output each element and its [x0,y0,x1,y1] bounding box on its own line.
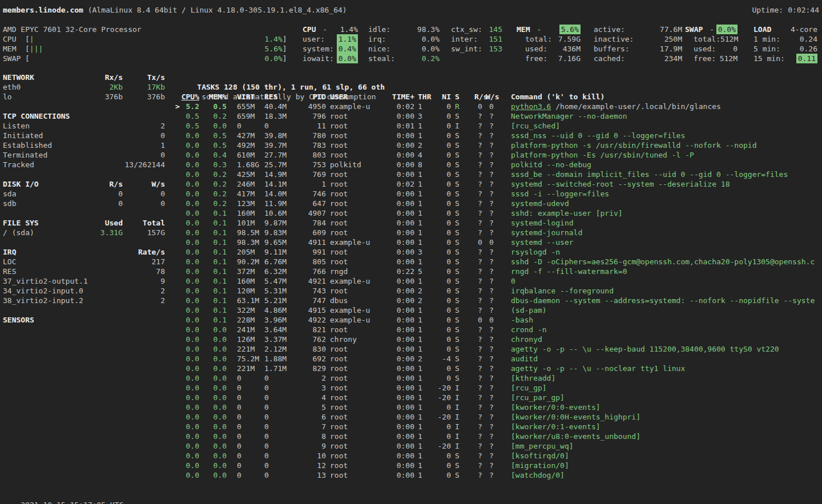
proc-pid: 9 [291,441,326,451]
proc-cursor [175,170,180,179]
process-row: 0.00.1101M9.87M784root0:0010S??systemd-l… [175,218,815,228]
proc-state: I [455,393,463,402]
proc-thr: 1 [418,461,429,470]
side-value-2: 1 [123,140,165,150]
proc-command-name: (sd-pam) [511,306,547,315]
proc-cpu: 0.0 [180,441,199,451]
cpu-title: CPU [303,25,316,34]
proc-read-rate: ? [474,160,486,170]
proc-cursor [175,373,180,383]
proc-cpu: 0.0 [180,140,199,150]
proc-res: 6.32M [264,267,291,276]
proc-res: 1.71M [264,364,291,373]
proc-write-rate: ? [486,305,497,315]
proc-ni: 0 [429,199,451,208]
proc-time: 0:00 [379,276,414,286]
proc-virt: 610M [237,150,264,160]
proc-mem: 0.3 [207,160,227,170]
diskio-write-header: W/s [123,179,165,189]
side-row: 34_virtio2-input.02 [3,286,165,296]
proc-time: 0:00 [379,218,414,228]
proc-read-rate: ? [474,354,486,364]
proc-ni: 0 [429,286,451,296]
stat-value: 0.2% [422,54,440,63]
proc-res: 2.12M [264,344,291,354]
stat-label: used: [525,44,563,54]
proc-thr: 1 [418,325,429,334]
proc-cpu: 0.0 [180,325,199,334]
column-res: RES [264,92,291,102]
proc-thr: 2 [418,354,429,364]
proc-ni: 0 [429,373,451,383]
proc-time: 0:00 [379,296,414,305]
stat-value: 1.1% [337,34,358,44]
proc-pid: 766 [291,267,326,276]
proc-virt: 0 [237,422,264,432]
proc-command-name: [kworker/0:0-events] [511,403,601,412]
proc-thr: 1 [418,199,429,208]
proc-state: S [455,208,463,218]
proc-res: 0 [264,412,291,422]
proc-command: systemd --switched-root --system --deser… [511,179,730,189]
proc-time: 0:00 [379,189,414,199]
proc-user: root [330,393,379,402]
proc-cursor [175,237,180,247]
proc-mem: 0.5 [207,140,227,150]
proc-read-rate: ? [474,286,486,296]
mem-percent: 5.6% [559,25,581,34]
stat-value: 7.16G [558,54,581,63]
proc-thr: 3 [418,111,429,121]
proc-ni: 0 [429,257,451,267]
proc-mem: 0.1 [207,208,227,218]
proc-ni: 0 [429,402,451,412]
proc-state: I [455,412,463,422]
proc-virt: 98.5M [237,228,264,237]
proc-command: [migration/0] [511,461,569,470]
proc-write-rate: ? [486,325,497,334]
proc-thr: 1 [418,373,429,383]
proc-command: platform-python -Es /usr/sbin/tuned -l -… [511,150,694,160]
proc-ni: 0 [429,461,451,470]
proc-thr: 1 [418,451,429,461]
stat-row: 5 min:0.26 [754,44,817,54]
proc-virt: 63.1M [237,296,264,305]
proc-read-rate: ? [474,432,486,441]
stat-row: inactive:250M [594,34,682,44]
proc-pid: 4915 [291,305,326,315]
proc-thr: 4 [418,150,429,160]
proc-user: root [330,131,379,140]
proc-command: [kworker/0:0H-events_highpri] [511,412,640,422]
proc-read-rate: ? [474,218,486,228]
proc-virt: 160M [237,276,264,286]
proc-write-rate: ? [486,402,497,412]
stat-label: ctx_sw: [451,25,489,34]
proc-command-name: [kthreadd] [511,374,555,382]
glances-terminal[interactable]: members.linode.com (AlmaLinux 8.4 64bit … [0,0,822,504]
proc-time: 0:00 [379,441,414,451]
stat-label: free: [525,54,558,63]
proc-res: 14.9M [264,170,291,179]
proc-cursor [175,218,180,228]
proc-user: root [330,140,379,150]
proc-command-name: chronyd [511,335,542,344]
column-time: TIME+ [379,92,414,102]
stat-label: 15 min: [754,54,796,63]
proc-pid: 796 [291,111,326,121]
proc-write-rate: ? [486,432,497,441]
sensors-title: SENSORS [3,315,83,325]
proc-pid: 7 [291,422,326,432]
proc-command-name: [migration/0] [511,461,569,470]
swap-percent: 0.0% [716,25,738,34]
proc-virt: 372M [237,267,264,276]
proc-user: root [330,228,379,237]
proc-command-name: sssd_be --domain implicit_files --uid 0 … [511,170,788,179]
proc-virt: 0 [237,402,264,412]
proc-write-rate: ? [486,470,497,480]
process-row: 0.00.00010root0:0010S??[ksoftirqd/0] [175,451,815,461]
proc-cursor [175,160,180,170]
proc-write-rate: ? [486,131,497,140]
side-row: lo376b376b [3,92,165,102]
proc-user: root [330,179,379,189]
proc-thr: 1 [418,131,429,140]
side-label: Established [3,140,83,150]
